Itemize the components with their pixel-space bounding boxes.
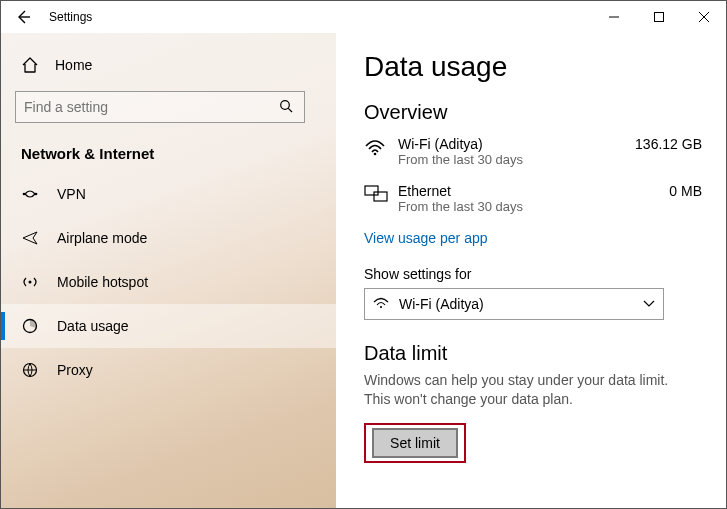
hotspot-icon xyxy=(21,273,39,291)
sidebar-item-label: Airplane mode xyxy=(57,230,147,246)
maximize-button[interactable] xyxy=(636,1,681,33)
minimize-button[interactable] xyxy=(591,1,636,33)
svg-rect-8 xyxy=(365,186,378,195)
main-content: Data usage Overview Wi-Fi (Aditya) From … xyxy=(336,33,726,508)
usage-row-wifi[interactable]: Wi-Fi (Aditya) From the last 30 days 136… xyxy=(364,126,702,173)
sidebar-item-vpn[interactable]: VPN xyxy=(1,172,336,216)
close-button[interactable] xyxy=(681,1,726,33)
usage-sub: From the last 30 days xyxy=(398,152,622,167)
sidebar-item-airplane[interactable]: Airplane mode xyxy=(1,216,336,260)
search-input[interactable] xyxy=(24,99,276,115)
overview-heading: Overview xyxy=(364,101,702,124)
home-icon xyxy=(21,56,39,74)
proxy-icon xyxy=(21,361,39,379)
svg-rect-9 xyxy=(374,192,387,201)
svg-rect-0 xyxy=(654,13,663,22)
svg-point-4 xyxy=(29,281,32,284)
usage-name: Ethernet xyxy=(398,183,622,199)
sidebar-item-hotspot[interactable]: Mobile hotspot xyxy=(1,260,336,304)
combobox-value: Wi-Fi (Aditya) xyxy=(399,296,633,312)
ethernet-icon xyxy=(364,183,398,203)
svg-point-1 xyxy=(281,100,290,109)
view-usage-link[interactable]: View usage per app xyxy=(364,220,488,266)
sidebar-item-label: Mobile hotspot xyxy=(57,274,148,290)
sidebar-item-label: Proxy xyxy=(57,362,93,378)
svg-point-3 xyxy=(35,193,38,196)
airplane-icon xyxy=(21,229,39,247)
sidebar: Home Network & Internet VPN Airplane mod… xyxy=(1,33,336,508)
usage-value: 136.12 GB xyxy=(622,136,702,152)
chevron-down-icon xyxy=(643,297,655,311)
usage-row-ethernet[interactable]: Ethernet From the last 30 days 0 MB xyxy=(364,173,702,220)
search-box[interactable] xyxy=(15,91,305,123)
vpn-icon xyxy=(21,188,39,200)
show-settings-label: Show settings for xyxy=(364,266,702,288)
data-limit-heading: Data limit xyxy=(364,342,702,365)
sidebar-category: Network & Internet xyxy=(1,137,336,172)
usage-sub: From the last 30 days xyxy=(398,199,622,214)
page-title: Data usage xyxy=(364,51,702,83)
sidebar-item-data-usage[interactable]: Data usage xyxy=(1,304,336,348)
sidebar-home-label: Home xyxy=(55,57,92,73)
sidebar-item-proxy[interactable]: Proxy xyxy=(1,348,336,392)
titlebar: Settings xyxy=(1,1,726,33)
data-limit-helper: Windows can help you stay under your dat… xyxy=(364,371,684,409)
app-title: Settings xyxy=(45,10,92,24)
svg-point-10 xyxy=(380,306,382,308)
sidebar-item-label: Data usage xyxy=(57,318,129,334)
svg-point-7 xyxy=(374,153,377,156)
search-icon xyxy=(276,99,296,116)
wifi-small-icon xyxy=(373,296,389,312)
wifi-icon xyxy=(364,136,398,156)
data-usage-icon xyxy=(21,317,39,335)
sidebar-item-label: VPN xyxy=(57,186,86,202)
back-button[interactable] xyxy=(1,1,45,33)
usage-value: 0 MB xyxy=(622,183,702,199)
set-limit-button[interactable]: Set limit xyxy=(372,428,458,458)
usage-name: Wi-Fi (Aditya) xyxy=(398,136,622,152)
svg-point-2 xyxy=(23,193,26,196)
adapter-combobox[interactable]: Wi-Fi (Aditya) xyxy=(364,288,664,320)
sidebar-home[interactable]: Home xyxy=(1,45,336,85)
set-limit-highlight: Set limit xyxy=(364,423,466,463)
